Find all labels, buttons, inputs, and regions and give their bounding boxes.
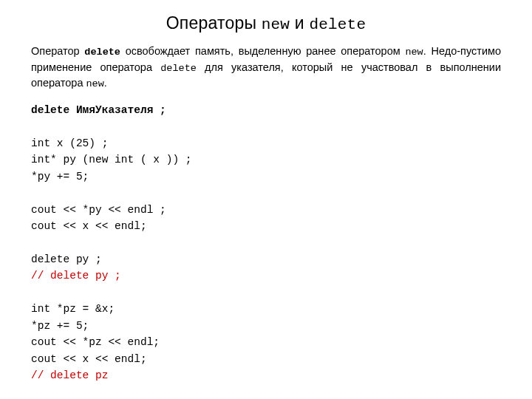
para-kw-delete: delete: [84, 47, 120, 58]
para-kw-delete2: delete: [160, 63, 197, 74]
code-l10: delete py ;: [31, 253, 102, 265]
code-l15: cout << *pz << endl;: [31, 336, 160, 348]
code-l3: int x (25) ;: [31, 137, 108, 149]
title-text-pre: Операторы: [166, 13, 262, 33]
para-t4: .: [104, 77, 107, 89]
para-kw-new2: new: [86, 78, 104, 89]
code-l1: delete ИмяУказателя ;: [31, 104, 166, 116]
code-l4: int* py (new int ( x )) ;: [31, 154, 192, 166]
code-l7: cout << *py << endl ;: [31, 204, 166, 216]
title-text-mid: и: [290, 13, 309, 33]
code-l13: int *pz = &x;: [31, 303, 115, 315]
para-kw-new1: new: [405, 47, 423, 58]
code-block: delete ИмяУказателя ; int x (25) ; int* …: [31, 102, 501, 384]
slide: Операторы new и delete Оператор delete о…: [0, 0, 532, 384]
slide-title: Операторы new и delete: [31, 13, 501, 33]
title-kw-new: new: [262, 16, 290, 33]
code-l5: *py += 5;: [31, 171, 89, 183]
title-kw-delete: delete: [309, 16, 366, 33]
code-l17: // delete pz: [31, 369, 108, 381]
code-l8: cout << x << endl;: [31, 220, 147, 232]
para-t0: Оператор: [31, 45, 84, 57]
paragraph: Оператор delete освобождает память, выде…: [31, 44, 501, 92]
code-l14: *pz += 5;: [31, 320, 89, 332]
code-l16: cout << x << endl;: [31, 353, 147, 365]
para-t1: освобождает память, выделенную ранее опе…: [120, 45, 405, 57]
code-l11: // delete py ;: [31, 270, 121, 282]
